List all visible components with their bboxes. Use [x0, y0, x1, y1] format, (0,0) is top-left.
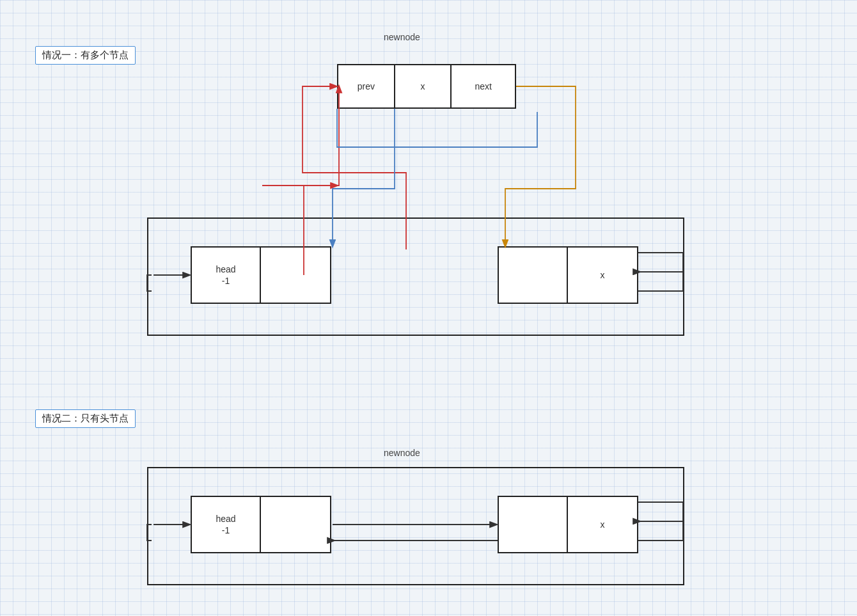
newnode-x-cell: x: [395, 65, 452, 107]
case2-label: 情况二：只有头节点: [35, 409, 136, 428]
case2-x-node: x: [498, 496, 638, 553]
case2-head-cell: head-1: [192, 497, 261, 552]
case2-head-next-cell: [261, 497, 330, 552]
case1-label: 情况一：有多个节点: [35, 46, 136, 65]
newnode-prev-cell: prev: [338, 65, 395, 107]
case1-head-node: head-1: [191, 246, 331, 304]
case1-x-node: x: [498, 246, 638, 304]
newnode-next-cell: next: [452, 65, 515, 107]
newnode-triple-case1: prev x next: [337, 64, 516, 109]
newnode1-label: newnode: [384, 32, 420, 42]
case1-x-prev-cell: [499, 248, 568, 303]
case1-head-cell: head-1: [192, 248, 261, 303]
blue-rect-case1: [337, 109, 537, 147]
case2-head-text: head-1: [216, 513, 235, 536]
newnode2-label: newnode: [384, 448, 420, 458]
case2-x-cell: x: [568, 497, 637, 552]
case2-head-node: head-1: [191, 496, 331, 553]
case1-head-next-cell: [261, 248, 330, 303]
case1-head-text: head-1: [216, 264, 235, 287]
case2-x-prev-cell: [499, 497, 568, 552]
case1-x-cell: x: [568, 248, 637, 303]
